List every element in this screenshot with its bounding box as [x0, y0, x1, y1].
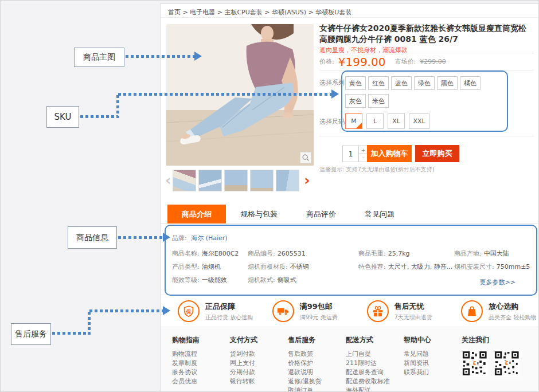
service-after-sales: 售后无忧7天无理由退货 — [350, 295, 444, 327]
annotation-main-image-label: 商品主图 — [74, 48, 124, 67]
product-page: 首页 > 电子电器 > 主板CPU套装 > 华硕(ASUS) > 华硕板U套装 — [160, 3, 539, 392]
zoom-icon[interactable] — [300, 152, 311, 163]
size-option-l[interactable]: L — [366, 113, 384, 129]
footer-link[interactable]: 新闻资讯 — [404, 359, 462, 368]
product-info-section: 品牌: 海尔 (Haier) 商品名称:海尔E800C2 商品编号:260553… — [166, 226, 535, 294]
attribute-grid: 商品名称:海尔E800C2 商品编号:2605531 商品毛重:25.7kg 商… — [172, 249, 530, 284]
detail-tabbar: 商品介绍 规格与包装 商品评价 常见问题 — [161, 205, 538, 224]
attribute-item: 商品毛重:25.7kg — [358, 249, 454, 258]
breadcrumb[interactable]: 首页 > 电子电器 > 主板CPU套装 > 华硕(ASUS) > 华硕板U套装 — [168, 8, 351, 17]
thumbnail[interactable] — [224, 170, 248, 191]
service-title: 正品保障 — [205, 301, 253, 312]
footer-link[interactable]: 分期付款 — [230, 368, 288, 377]
arrow-head-icon — [194, 52, 202, 61]
tab-spec-package[interactable]: 规格与包装 — [226, 205, 292, 224]
footer-link[interactable]: 返修/退换货 — [288, 377, 346, 386]
prev-arrow-icon[interactable]: ‹ — [165, 170, 171, 191]
series-option-yellow[interactable]: 黄色 — [345, 76, 366, 90]
attr-label: 特色推荐: — [358, 263, 386, 271]
arrow-head-icon — [163, 306, 170, 315]
attribute-item: 商品编号:2605531 — [248, 249, 358, 258]
more-params-link[interactable]: 更多参数>> — [480, 278, 515, 287]
size-option-xl[interactable]: XL — [388, 113, 405, 129]
svg-text:Ɛ: Ɛ — [473, 360, 476, 366]
thumbnail[interactable] — [198, 170, 222, 191]
footer-link[interactable]: 联系我们 — [404, 368, 462, 377]
arrow-head-icon — [331, 89, 339, 99]
service-desc: 满99元 免运费 — [300, 313, 338, 322]
tab-reviews[interactable]: 商品评价 — [292, 205, 350, 224]
thumbnail[interactable] — [276, 170, 299, 191]
shield-badge-icon: 保 — [178, 300, 200, 322]
series-option-red[interactable]: 红色 — [368, 76, 389, 90]
attr-label: 商品编号: — [248, 250, 275, 257]
market-price-label: 市场价: — [395, 57, 416, 66]
breadcrumb-divider — [161, 17, 538, 18]
buy-now-button[interactable]: 立即购买 — [415, 145, 459, 162]
footer-col-shopping-guide: 购物指南 购物流程 发票制度 服务协议 会员优惠 — [172, 335, 230, 392]
add-to-cart-button[interactable]: 加入购物车 — [367, 145, 412, 162]
attr-value: 油烟机 — [202, 263, 221, 271]
quantity-stepper[interactable]: 1 + - — [342, 146, 368, 162]
series-label: 选择系列: — [319, 79, 347, 87]
annotation-info-label: 商品信息 — [68, 226, 117, 249]
tab-product-intro[interactable]: 商品介绍 — [167, 205, 226, 224]
series-option-blue[interactable]: 蓝色 — [391, 76, 412, 90]
size-option-m[interactable]: M — [345, 113, 362, 129]
series-option-orange[interactable]: 橘色 — [460, 76, 481, 90]
minus-icon[interactable]: - — [359, 154, 368, 162]
footer-link[interactable]: 价格保护 — [288, 359, 346, 368]
attr-value: 中国大陆 — [484, 250, 509, 257]
section-divider — [319, 136, 534, 136]
buy-box: 女裤牛仔裤女2020夏季新款泫雅长裤女韩版显瘦直筒宽松高腰阔腿九分牛仔裤 008… — [319, 21, 537, 185]
attr-value: 大尺寸, 大吸力, 静音... — [388, 263, 452, 271]
annotation-service-label: 售后服务 — [11, 323, 51, 345]
service-badges: 保 正品保障正品行货 放心选购 满99包邮满99元 免运费 售后无忧7天无理由退… — [161, 295, 538, 327]
attribute-item: 商品产地:中国大陆 — [454, 249, 530, 258]
tab-faq[interactable]: 常见问题 — [350, 205, 409, 224]
svg-text:Ɛ: Ɛ — [505, 360, 508, 366]
footer-link[interactable]: 配送服务查询 — [346, 368, 404, 377]
attr-label: 商品名称: — [172, 250, 200, 257]
footer-link[interactable]: 网上支付 — [230, 359, 288, 368]
footer-col-title: 配送方式 — [346, 335, 404, 345]
next-arrow-icon[interactable]: › — [304, 170, 310, 191]
footer-col-delivery: 配送方式 上门自提 211限时达 配送服务查询 配送费收取标准 海外配送 — [346, 335, 404, 392]
size-option-xxl[interactable]: XXL — [409, 113, 429, 129]
footer-link[interactable]: 海外配送 — [346, 386, 404, 392]
service-desc: 品类齐全 轻松购物 — [489, 313, 536, 322]
footer-col-payment: 支付方式 货到付款 网上支付 分期付款 银行转帐 — [230, 335, 288, 392]
brand-link[interactable]: 海尔 (Haier) — [191, 234, 227, 242]
footer-col-title: 售后服务 — [288, 335, 346, 345]
footer-link[interactable]: 售后政策 — [288, 350, 346, 359]
attribute-item: 能效等级:一级能效 — [172, 276, 248, 284]
footer-link[interactable]: 购物流程 — [172, 350, 230, 359]
series-option-green[interactable]: 绿色 — [414, 76, 435, 90]
footer-link[interactable]: 服务协议 — [172, 368, 230, 377]
service-title: 放心选购 — [489, 301, 536, 312]
thumbnail[interactable] — [173, 170, 196, 191]
truck-icon — [272, 300, 294, 322]
plus-icon[interactable]: + — [359, 146, 368, 154]
annotation-connector — [116, 95, 119, 118]
attr-label: 商品毛重: — [358, 250, 386, 257]
footer-link[interactable]: 银行转帐 — [230, 377, 288, 386]
footer-link[interactable]: 退款说明 — [288, 368, 346, 377]
footer-link[interactable]: 配送费收取标准 — [346, 377, 404, 386]
footer-link[interactable]: 上门自提 — [346, 350, 404, 359]
series-option-gray[interactable]: 灰色 — [345, 94, 366, 108]
footer-link[interactable]: 常见问题 — [404, 350, 462, 359]
series-option-beige[interactable]: 米色 — [368, 94, 389, 108]
annotation-connector — [118, 93, 331, 96]
attr-value: 25.7kg — [388, 250, 410, 257]
series-option-black[interactable]: 黑色 — [437, 76, 458, 90]
attr-value: 侧吸式 — [278, 276, 296, 284]
thumbnail[interactable] — [250, 170, 274, 191]
footer-link[interactable]: 发票制度 — [172, 359, 230, 368]
annotation-connector — [126, 55, 194, 58]
footer-link[interactable]: 货到付款 — [230, 350, 288, 359]
footer-link[interactable]: 211限时达 — [346, 359, 404, 368]
site-footer: 购物指南 购物流程 发票制度 服务协议 会员优惠 支付方式 货到付款 网上支付 … — [161, 327, 538, 392]
footer-link[interactable]: 取消订单 — [288, 386, 346, 392]
footer-link[interactable]: 会员优惠 — [172, 377, 230, 386]
